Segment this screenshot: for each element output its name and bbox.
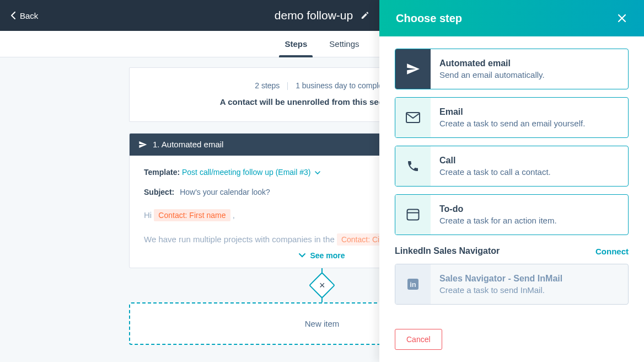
body-line2-pre: We have run multiple projects with compa… <box>144 235 337 244</box>
paper-plane-icon <box>138 140 147 149</box>
close-icon: × <box>319 280 325 290</box>
panel-title: Choose step <box>396 12 462 25</box>
option-title: To-do <box>439 204 557 214</box>
option-title: Call <box>439 156 551 166</box>
see-more-label: See more <box>310 251 345 260</box>
connect-link[interactable]: Connect <box>595 247 629 256</box>
back-label: Back <box>20 11 38 20</box>
body-comma: , <box>233 210 235 220</box>
option-title: Sales Navigator - Send InMail <box>439 274 562 284</box>
back-button[interactable]: Back <box>0 0 49 31</box>
template-label: Template: <box>144 168 180 177</box>
choose-step-panel: Choose step Automated email Send an emai… <box>379 0 644 362</box>
linkedin-icon: in <box>395 264 431 304</box>
tab-steps[interactable]: Steps <box>285 31 307 57</box>
summary-step-count: 2 steps <box>255 81 280 90</box>
pencil-icon[interactable] <box>361 11 369 20</box>
option-desc: Create a task to call a contact. <box>439 167 551 177</box>
new-item-label: New item <box>305 319 340 328</box>
envelope-icon <box>395 98 431 137</box>
template-name: Post call/meeting follow up (Email #3) <box>182 168 310 177</box>
paper-plane-icon <box>395 49 431 89</box>
chevron-down-icon <box>313 168 320 177</box>
subject-label: Subject: <box>144 188 174 196</box>
close-panel-button[interactable] <box>616 13 627 24</box>
cancel-button[interactable]: Cancel <box>395 329 442 350</box>
chevron-down-icon <box>299 253 305 258</box>
phone-icon <box>395 146 431 186</box>
svg-text:in: in <box>410 280 416 289</box>
option-desc: Send an email automatically. <box>439 70 545 79</box>
template-dropdown[interactable]: Post call/meeting follow up (Email #3) <box>182 168 320 177</box>
remove-step-button[interactable]: × <box>309 272 335 299</box>
tab-settings[interactable]: Settings <box>329 31 359 57</box>
svg-rect-1 <box>407 210 419 220</box>
option-call[interactable]: Call Create a task to call a contact. <box>395 146 629 187</box>
subject-value: How's your calendar look? <box>180 188 270 196</box>
page-title: demo follow-up <box>275 9 353 22</box>
panel-body: Automated email Send an email automatica… <box>379 36 644 320</box>
body-hi: Hi <box>144 210 154 220</box>
option-title: Automated email <box>439 58 545 68</box>
linkedin-section-title: LinkedIn Sales Navigator <box>395 246 500 256</box>
divider-icon <box>287 82 288 90</box>
summary-duration: 1 business day to complete <box>296 81 389 90</box>
option-desc: Create a task to send InMail. <box>439 285 562 295</box>
option-email[interactable]: Email Create a task to send an email you… <box>395 97 629 138</box>
panel-header: Choose step <box>379 0 644 36</box>
page-title-wrap: demo follow-up <box>275 9 369 22</box>
option-linkedin-inmail: in Sales Navigator - Send InMail Create … <box>395 264 629 305</box>
option-todo[interactable]: To-do Create a task for an action item. <box>395 194 629 235</box>
token-first-name[interactable]: Contact: First name <box>154 209 230 221</box>
option-automated-email[interactable]: Automated email Send an email automatica… <box>395 49 629 89</box>
step-header-title: 1. Automated email <box>153 140 223 149</box>
option-desc: Create a task to send an email yourself. <box>439 119 585 128</box>
browser-icon <box>395 195 431 235</box>
option-title: Email <box>439 107 585 117</box>
linkedin-section-header: LinkedIn Sales Navigator Connect <box>395 246 629 256</box>
chevron-left-icon <box>11 12 15 19</box>
option-desc: Create a task for an action item. <box>439 216 557 225</box>
panel-footer: Cancel <box>379 320 644 362</box>
